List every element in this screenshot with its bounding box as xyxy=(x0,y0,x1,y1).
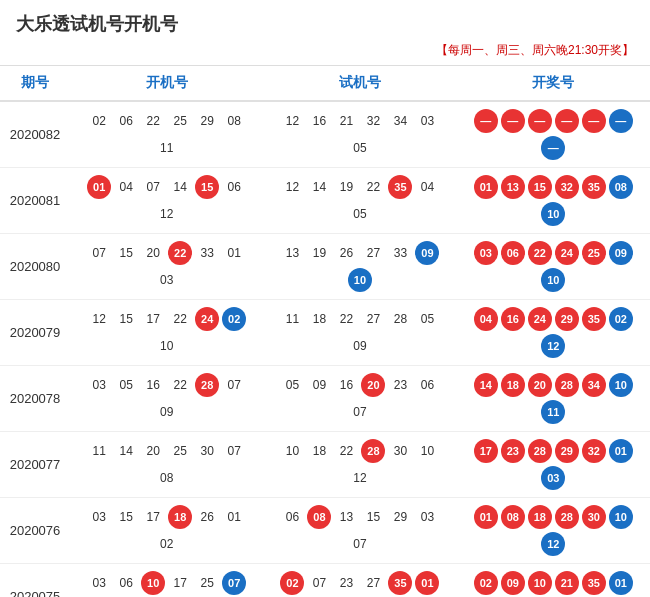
ball: 18 xyxy=(307,307,331,331)
shiji-cell: 12141922350405 xyxy=(263,168,456,234)
ball: 05 xyxy=(348,202,372,226)
ball: 28 xyxy=(555,373,579,397)
ball: 12 xyxy=(348,466,372,490)
ball: 02 xyxy=(280,571,304,595)
lottery-table: 期号开机号试机号开奖号 2020082020622252908111216213… xyxy=(0,66,650,597)
period-cell: 2020075 xyxy=(0,564,70,598)
ball: 01 xyxy=(609,571,633,595)
ball: 22 xyxy=(168,307,192,331)
ball: 01 xyxy=(609,439,633,463)
ball: 11 xyxy=(155,136,179,160)
ball: 17 xyxy=(474,439,498,463)
ball: 15 xyxy=(114,241,138,265)
kaijianghao-cell: 02091021350107 xyxy=(457,564,650,598)
ball: 26 xyxy=(334,241,358,265)
ball: 01 xyxy=(222,241,246,265)
shiji-cell: 02072327350108 xyxy=(263,564,456,598)
ball: 22 xyxy=(334,307,358,331)
ball: 18 xyxy=(528,505,552,529)
ball: 25 xyxy=(168,439,192,463)
ball: 11 xyxy=(541,400,565,424)
ball: 15 xyxy=(114,505,138,529)
ball: 07 xyxy=(348,400,372,424)
col-header-2: 试机号 xyxy=(263,66,456,101)
ball: 07 xyxy=(87,241,111,265)
ball: 03 xyxy=(87,373,111,397)
ball: 32 xyxy=(361,109,385,133)
ball: 11 xyxy=(280,307,304,331)
ball: 13 xyxy=(334,505,358,529)
ball: 35 xyxy=(388,571,412,595)
col-header-1: 开机号 xyxy=(70,66,263,101)
ball: 03 xyxy=(415,109,439,133)
ball: 10 xyxy=(528,571,552,595)
ball: 22 xyxy=(168,241,192,265)
ball: 22 xyxy=(334,439,358,463)
kaiji-cell: 02062225290811 xyxy=(70,101,263,168)
ball: 35 xyxy=(582,571,606,595)
ball: 09 xyxy=(155,400,179,424)
ball: 27 xyxy=(361,241,385,265)
ball: 33 xyxy=(195,241,219,265)
ball: 07 xyxy=(348,532,372,556)
notice-text: 【每周一、周三、周六晚21:30开奖】 xyxy=(0,40,650,66)
ball: — xyxy=(501,109,525,133)
ball: 04 xyxy=(114,175,138,199)
ball: 29 xyxy=(555,307,579,331)
period-cell: 2020080 xyxy=(0,234,70,300)
ball: 25 xyxy=(582,241,606,265)
shiji-cell: 06081315290307 xyxy=(263,498,456,564)
ball: 07 xyxy=(141,175,165,199)
kaiji-cell: 07152022330103 xyxy=(70,234,263,300)
ball: 34 xyxy=(388,109,412,133)
kaiji-cell: 03061017250710 xyxy=(70,564,263,598)
ball: 35 xyxy=(388,175,412,199)
ball: — xyxy=(474,109,498,133)
ball: 05 xyxy=(280,373,304,397)
ball: 24 xyxy=(555,241,579,265)
ball: 32 xyxy=(555,175,579,199)
ball: 30 xyxy=(388,439,412,463)
shiji-cell: 11182227280509 xyxy=(263,300,456,366)
ball: — xyxy=(528,109,552,133)
ball: 08 xyxy=(307,505,331,529)
ball: 12 xyxy=(280,109,304,133)
page-title: 大乐透试机号开机号 xyxy=(0,0,650,40)
ball: 01 xyxy=(474,175,498,199)
ball: 26 xyxy=(195,505,219,529)
ball: 02 xyxy=(609,307,633,331)
kaijianghao-cell: 14182028341011 xyxy=(457,366,650,432)
ball: 11 xyxy=(87,439,111,463)
ball: 08 xyxy=(609,175,633,199)
kaijianghao-cell: 03062224250910 xyxy=(457,234,650,300)
kaijianghao-cell: 04162429350212 xyxy=(457,300,650,366)
table-row: 2020076031517182601020608131529030701081… xyxy=(0,498,650,564)
ball: 09 xyxy=(501,571,525,595)
ball: 14 xyxy=(168,175,192,199)
ball: 19 xyxy=(307,241,331,265)
ball: 29 xyxy=(555,439,579,463)
ball: 20 xyxy=(528,373,552,397)
ball: 23 xyxy=(388,373,412,397)
shiji-cell: 10182228301012 xyxy=(263,432,456,498)
ball: 29 xyxy=(388,505,412,529)
ball: 21 xyxy=(555,571,579,595)
ball: — xyxy=(582,109,606,133)
ball: 07 xyxy=(307,571,331,595)
ball: 15 xyxy=(195,175,219,199)
ball: 18 xyxy=(168,505,192,529)
ball: 12 xyxy=(541,532,565,556)
ball: 10 xyxy=(348,268,372,292)
ball: 08 xyxy=(222,109,246,133)
ball: 16 xyxy=(334,373,358,397)
ball: 08 xyxy=(155,466,179,490)
ball: 10 xyxy=(609,373,633,397)
ball: 01 xyxy=(415,571,439,595)
ball: 15 xyxy=(114,307,138,331)
table-row: 2020078030516222807090509162023060714182… xyxy=(0,366,650,432)
ball: 28 xyxy=(388,307,412,331)
ball: 13 xyxy=(280,241,304,265)
ball: 17 xyxy=(168,571,192,595)
ball: 12 xyxy=(87,307,111,331)
ball: 27 xyxy=(361,307,385,331)
